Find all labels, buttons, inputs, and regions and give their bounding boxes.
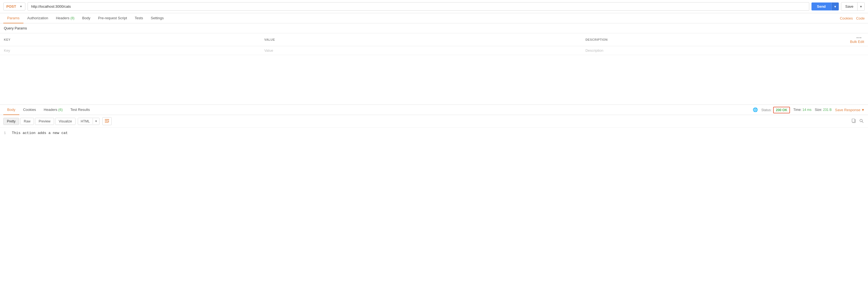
send-dropdown-button[interactable]: ▼ [831,2,839,10]
desc-input[interactable] [585,48,842,52]
request-tabs: Params Authorization Headers (8) Body Pr… [0,13,868,24]
request-tabs-right: Cookies Code [840,16,865,21]
key-cell [0,46,260,55]
desc-column-header: DESCRIPTION [582,33,846,46]
rtab-testresults[interactable]: Test Results [66,105,94,115]
response-tabs-right: 🌐 Status: 200 OK Time: 14 ms Size: 231 B… [753,107,865,112]
save-response-chevron-icon: ▼ [861,108,865,112]
tab-authorization[interactable]: Authorization [24,13,52,24]
send-button[interactable]: Send [811,2,831,10]
code-output: 1 This action adds a new cat [0,128,868,138]
svg-rect-0 [105,119,109,120]
rtab-body[interactable]: Body [3,105,19,115]
rtab-headers[interactable]: Headers (6) [40,105,67,115]
status-label: Status: [761,108,772,112]
empty-space [0,55,868,105]
svg-rect-2 [105,122,108,122]
tab-body[interactable]: Body [78,13,94,24]
save-button[interactable]: Save [841,2,857,10]
tab-prerequest[interactable]: Pre-request Script [94,13,131,24]
raw-button[interactable]: Raw [20,118,34,125]
save-btn-group: Save ▼ [841,2,865,11]
response-tabs: Body Cookies Headers (6) Test Results 🌐 … [0,105,868,115]
code-line-content: This action adds a new cat [12,131,68,135]
method-chevron-icon: ▼ [20,5,22,8]
row-actions [846,46,868,55]
copy-icon[interactable] [850,117,857,125]
tab-params[interactable]: Params [3,13,24,24]
size-value: 231 B [823,108,832,112]
wrap-icon-button[interactable] [102,117,112,125]
status-badge: 200 OK [773,107,790,113]
response-tabs-left: Body Cookies Headers (6) Test Results [3,105,753,115]
preview-button[interactable]: Preview [35,118,54,125]
format-dropdown: HTML ▼ [78,118,100,125]
tab-settings[interactable]: Settings [147,13,168,24]
line-number: 1 [4,131,6,135]
method-select[interactable]: POST ▼ [3,2,25,10]
format-toolbar: Pretty Raw Preview Visualize HTML ▼ [0,115,868,128]
more-options-icon[interactable]: ••• [857,36,864,40]
status-container: Status: 200 OK [761,108,790,112]
request-tabs-left: Params Authorization Headers (8) Body Pr… [3,13,840,23]
request-panel: Query Params KEY VALUE DESCRIPTION ••• B… [0,24,868,105]
toolbar-right-icons [850,117,865,125]
time-info: Time: 14 ms [793,108,811,112]
value-column-header: VALUE [260,33,582,46]
size-info: Size: 231 B [815,108,832,112]
query-params-title: Query Params [0,24,868,33]
url-input[interactable] [28,2,809,11]
tab-headers[interactable]: Headers (8) [52,13,78,24]
visualize-button[interactable]: Visualize [55,118,75,125]
method-label: POST [6,4,16,8]
desc-cell [582,46,846,55]
code-link[interactable]: Code [856,16,865,21]
svg-rect-1 [105,120,108,121]
format-dropdown-arrow[interactable]: ▼ [93,118,99,124]
params-table: KEY VALUE DESCRIPTION ••• Bulk Edit [0,33,868,55]
save-response-button[interactable]: Save Response ▼ [835,108,865,112]
svg-rect-4 [852,119,855,122]
rtab-cookies[interactable]: Cookies [19,105,40,115]
table-row [0,46,868,55]
actions-column-header: ••• Bulk Edit [846,33,868,46]
globe-icon[interactable]: 🌐 [753,107,758,112]
value-input[interactable] [264,48,578,52]
send-btn-group: Send ▼ [811,2,839,10]
bulk-edit-button[interactable]: Bulk Edit [850,40,864,44]
time-value: 14 ms [802,108,811,112]
pretty-button[interactable]: Pretty [3,118,19,125]
search-icon[interactable] [858,117,865,125]
format-dropdown-label: HTML [78,118,93,124]
url-bar: POST ▼ Send ▼ Save ▼ [0,0,868,13]
key-column-header: KEY [0,33,260,46]
tab-tests[interactable]: Tests [131,13,147,24]
save-dropdown-button[interactable]: ▼ [857,2,864,10]
cookies-link[interactable]: Cookies [840,16,853,21]
value-cell [260,46,582,55]
response-panel: Body Cookies Headers (6) Test Results 🌐 … [0,105,868,138]
svg-line-6 [862,121,863,122]
key-input[interactable] [4,48,256,52]
